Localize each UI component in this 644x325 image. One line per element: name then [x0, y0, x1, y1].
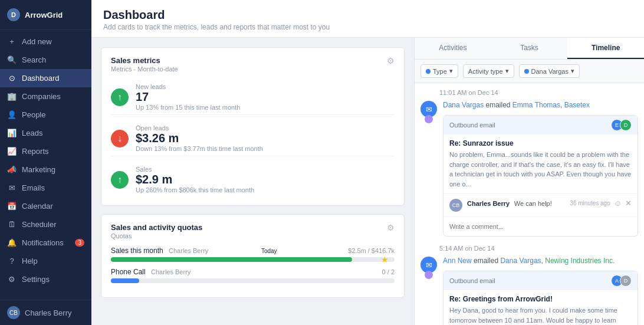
sidebar-label-emails: Emails [22, 183, 45, 192]
metric-change-open-leads: Down 13% from $3.77m this time last mont… [136, 145, 395, 152]
metrics-grid: ↑ New leads 17 Up 13% from 15 this time … [111, 80, 395, 197]
metric-value-open-leads: $3.26 m [136, 132, 395, 145]
sidebar-item-dashboard[interactable]: ⊙ Dashboard [0, 69, 91, 87]
sidebar-item-marketing[interactable]: 📣 Marketing [0, 160, 91, 179]
timeline-event-2: 5:14 AM on Dec 14 ✉ Ann New emailed Dana… [420, 245, 638, 325]
event-target-1[interactable]: Emma Thomas [512, 101, 560, 109]
sidebar-item-companies[interactable]: 🏢 Companies [0, 87, 91, 106]
filter-chevron-2: ▾ [505, 67, 509, 75]
event-actor-2[interactable]: Ann New [443, 257, 472, 265]
sidebar-label-help: Help [22, 257, 38, 265]
quota-header-phone: Phone Call Charles Berry 0 / 2 [111, 268, 395, 276]
filter-user-dot [524, 69, 529, 74]
sidebar-item-reports[interactable]: 📈 Reports [0, 142, 91, 160]
quotas-gear-icon[interactable]: ⚙ [387, 223, 395, 232]
sidebar-item-scheduler[interactable]: 🗓 Scheduler [0, 215, 91, 234]
sidebar-item-people[interactable]: 👤 People [0, 106, 91, 124]
metrics-card-title: Sales metrics [111, 56, 178, 65]
sidebar-item-notifications[interactable]: 🔔 Notifications 3 [0, 234, 91, 252]
star-icon: ★ [381, 255, 389, 264]
comment-delete-icon[interactable]: ✕ [625, 199, 632, 208]
progress-bar-phone-fill [111, 278, 139, 283]
page-title: Dashboard [103, 8, 632, 22]
user-avatar: CB [7, 306, 20, 319]
filter-user[interactable]: Dana Vargas ▾ [519, 64, 580, 78]
event-actor-1[interactable]: Dana Vargas [443, 101, 484, 109]
sidebar-user[interactable]: CB Charles Berry [0, 300, 91, 325]
sidebar-item-help[interactable]: ? Help [0, 252, 91, 270]
metric-label-new-leads: New leads [136, 83, 395, 90]
comment-time-1: 36 minutes ago [570, 200, 610, 206]
event-time-1: 11:01 AM on Dec 14 [420, 89, 638, 96]
sidebar-label-add-new: Add new [22, 37, 52, 46]
comment-avatar-1: CB [449, 199, 462, 212]
sidebar-item-leads[interactable]: 📊 Leads [0, 124, 91, 142]
metric-new-leads: ↑ New leads 17 Up 13% from 15 this time … [111, 80, 395, 115]
filter-type[interactable]: Type ▾ [420, 64, 458, 78]
sidebar-user-section: CB Charles Berry [0, 300, 91, 325]
calendar-icon: 📅 [7, 202, 17, 211]
comment-actions-1: 36 minutes ago ☺ ✕ [570, 199, 632, 208]
metric-info-new-leads: New leads 17 Up 13% from 15 this time la… [136, 83, 395, 111]
quota-header-sales: Sales this month Charles Berry $2.5m / $… [111, 247, 395, 255]
comment-input-field-1[interactable] [449, 221, 632, 232]
sidebar-logo-text: ArrowGrid [25, 11, 63, 19]
user-name: Charles Berry [25, 308, 71, 317]
filter-activity-type[interactable]: Activity type ▾ [463, 64, 514, 78]
event-target-2[interactable]: Dana Vargas [500, 257, 541, 265]
event-text-2: Ann New emailed Dana Vargas, Newing Indu… [443, 255, 638, 266]
quotas-card-title: Sales and activity quotas [111, 223, 202, 232]
email-card-body-1: Re: Sunrazor issue No problem, Emma...so… [443, 134, 638, 193]
sidebar-label-dashboard: Dashboard [22, 74, 60, 83]
quotas-card-subtitle: Quotas [111, 232, 202, 239]
sidebar-label-search: Search [22, 55, 46, 64]
main-body: Sales metrics Metrics - Month-to-date ⚙ … [91, 38, 644, 325]
metric-info-open-leads: Open leads $3.26 m Down 13% from $3.77m … [136, 124, 395, 152]
sidebar-label-calendar: Calendar [22, 202, 53, 211]
metric-value-new-leads: 17 [136, 90, 395, 104]
reports-icon: 📈 [7, 147, 17, 156]
comment-row-1: CB Charles Berry We can help! 36 minutes… [443, 193, 638, 216]
scheduler-icon: 🗓 [7, 220, 17, 229]
metrics-card-subtitle: Metrics - Month-to-date [111, 65, 178, 73]
tab-tasks[interactable]: Tasks [491, 38, 568, 59]
email-card-label-1: Outbound email [449, 122, 495, 129]
sidebar-item-calendar[interactable]: 📅 Calendar [0, 197, 91, 215]
dashboard-content: Sales metrics Metrics - Month-to-date ⚙ … [91, 38, 414, 325]
metric-value-sales: $2.9 m [136, 173, 395, 186]
sidebar-item-emails[interactable]: ✉ Emails [0, 179, 91, 197]
event-sub-icon-2 [425, 271, 433, 279]
event-target-org-1: , [560, 101, 564, 109]
quota-row-phone: Phone Call Charles Berry 0 / 2 [111, 268, 395, 283]
metrics-gear-icon[interactable]: ⚙ [387, 56, 395, 65]
event-target-org-name-1[interactable]: Basetex [564, 101, 590, 109]
comment-text-1: We can help! [514, 200, 552, 207]
logo-icon: D [7, 8, 20, 21]
email-body-1: No problem, Emma...sounds like it could … [449, 150, 632, 189]
metric-sales: ↑ Sales $2.9 m Up 260% from $806k this t… [111, 162, 395, 197]
today-label: Today [261, 248, 277, 254]
filter-activity-label: Activity type [468, 68, 503, 75]
event-org-2[interactable]: Newing Industries Inc. [545, 257, 615, 265]
email-card-header-1: Outbound email E D [443, 116, 638, 134]
sidebar-item-settings[interactable]: ⚙ Settings [0, 270, 91, 288]
quota-label-sales: Sales this month [111, 247, 163, 255]
comment-react-icon[interactable]: ☺ [614, 199, 622, 208]
event-content-2: Ann New emailed Dana Vargas, Newing Indu… [443, 255, 638, 325]
av-4: D [620, 275, 632, 287]
search-icon: 🔍 [7, 55, 17, 64]
quota-person-phone: Charles Berry [151, 268, 190, 275]
filter-chevron: ▾ [449, 67, 453, 75]
settings-icon: ⚙ [7, 275, 17, 284]
sidebar-item-search[interactable]: 🔍 Search [0, 51, 91, 69]
sidebar-item-add-new[interactable]: + Add new [0, 32, 91, 51]
tab-timeline[interactable]: Timeline [567, 38, 644, 59]
quotas-card: Sales and activity quotas Quotas ⚙ Sales… [101, 214, 405, 298]
event-content-1: Dana Vargas emailed Emma Thomas, Basetex… [443, 100, 638, 237]
quota-row-sales: Sales this month Charles Berry $2.5m / $… [111, 247, 395, 262]
filter-chevron-3: ▾ [571, 67, 574, 75]
sidebar-label-companies: Companies [22, 92, 61, 101]
help-icon: ? [7, 257, 17, 265]
tab-activities[interactable]: Activities [415, 38, 491, 59]
filter-user-label: Dana Vargas [531, 68, 569, 75]
